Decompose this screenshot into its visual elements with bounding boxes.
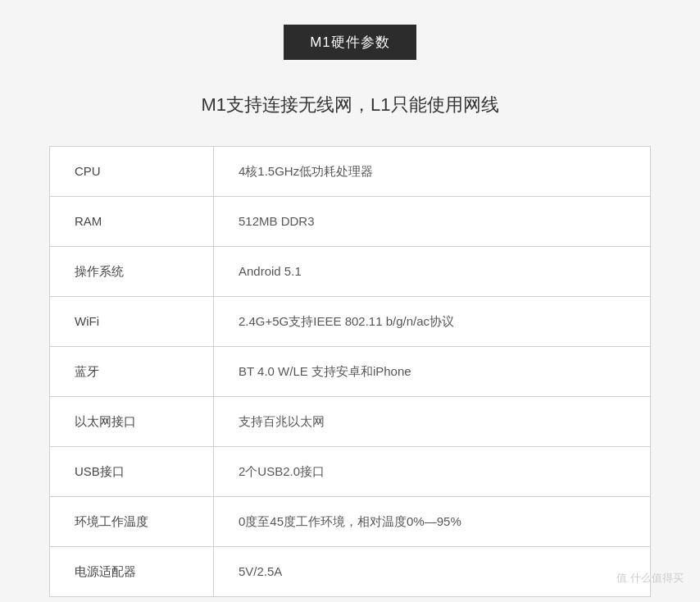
spec-value: BT 4.0 W/LE 支持安卓和iPhone [214,347,651,397]
watermark: 值 什么值得买 [616,571,684,586]
spec-name: 电源适配器 [50,547,214,597]
table-row: USB接口2个USB2.0接口 [50,447,651,497]
title-badge: M1硬件参数 [284,25,416,60]
table-row: 以太网接口支持百兆以太网 [50,397,651,447]
spec-name: CPU [50,147,214,197]
spec-name: 蓝牙 [50,347,214,397]
table-row: 操作系统Android 5.1 [50,247,651,297]
spec-name: 操作系统 [50,247,214,297]
table-row: 电源适配器5V/2.5A [50,547,651,597]
spec-value: 支持百兆以太网 [214,397,651,447]
title-text: M1硬件参数 [310,34,390,50]
spec-value: 4核1.5GHz低功耗处理器 [214,147,651,197]
table-row: 蓝牙BT 4.0 W/LE 支持安卓和iPhone [50,347,651,397]
spec-name: 环境工作温度 [50,497,214,547]
spec-value: 5V/2.5A [214,547,651,597]
spec-value: 512MB DDR3 [214,197,651,247]
table-row: RAM512MB DDR3 [50,197,651,247]
spec-value: 2个USB2.0接口 [214,447,651,497]
table-row: WiFi2.4G+5G支持IEEE 802.11 b/g/n/ac协议 [50,297,651,347]
table-row: CPU4核1.5GHz低功耗处理器 [50,147,651,197]
subtitle-text: M1支持连接无线网，L1只能使用网线 [201,94,498,115]
title-section: M1硬件参数 [49,25,651,60]
spec-name: 以太网接口 [50,397,214,447]
spec-value: 2.4G+5G支持IEEE 802.11 b/g/n/ac协议 [214,297,651,347]
spec-value: Android 5.1 [214,247,651,297]
spec-name: USB接口 [50,447,214,497]
spec-name: WiFi [50,297,214,347]
subtitle-section: M1支持连接无线网，L1只能使用网线 [49,93,651,117]
spec-value: 0度至45度工作环境，相对温度0%—95% [214,497,651,547]
specs-table: CPU4核1.5GHz低功耗处理器RAM512MB DDR3操作系统Androi… [49,146,651,597]
table-row: 环境工作温度0度至45度工作环境，相对温度0%—95% [50,497,651,547]
page-wrapper: M1硬件参数 M1支持连接无线网，L1只能使用网线 CPU4核1.5GHz低功耗… [0,0,700,602]
spec-name: RAM [50,197,214,247]
